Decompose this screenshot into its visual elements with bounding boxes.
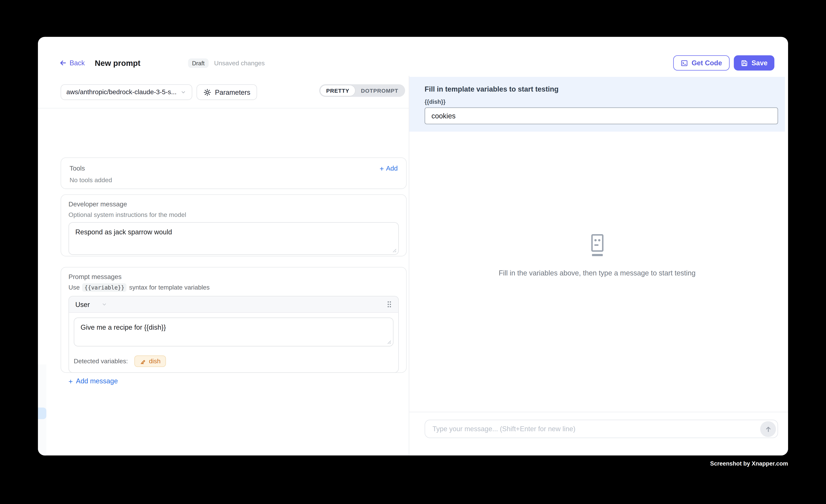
dish-variable-label: {{dish}} bbox=[425, 99, 446, 105]
template-syntax-hint: Use {{variable}} syntax for template var… bbox=[68, 284, 399, 292]
arrow-up-icon bbox=[764, 425, 772, 433]
chat-footer bbox=[409, 412, 788, 455]
editor-panel: aws/anthropic/bedrock-claude-3-5-s... Pa… bbox=[38, 76, 409, 455]
send-button[interactable] bbox=[760, 421, 776, 437]
back-button[interactable]: Back bbox=[59, 59, 85, 67]
tools-card: Tools + Add No tools added bbox=[61, 158, 407, 189]
prompt-messages-label: Prompt messages bbox=[68, 273, 399, 280]
template-variables-box: Fill in template variables to start test… bbox=[409, 77, 785, 132]
developer-message-label: Developer message bbox=[68, 201, 399, 208]
watermark-text: Screenshot by Xnapper.com bbox=[710, 460, 788, 467]
save-button[interactable]: Save bbox=[733, 55, 774, 71]
chat-message-box bbox=[425, 420, 778, 438]
format-toggle: PRETTY DOTPROMPT bbox=[319, 84, 405, 97]
dish-variable-input[interactable] bbox=[425, 107, 778, 124]
toggle-pretty[interactable]: PRETTY bbox=[320, 85, 355, 96]
robot-face-icon bbox=[588, 234, 606, 257]
developer-message-card: Developer message Optional system instru… bbox=[61, 194, 407, 256]
role-select[interactable]: User bbox=[75, 300, 108, 308]
variable-badge-dish[interactable]: dish bbox=[134, 356, 166, 367]
empty-state-text: Fill in the variables above, then type a… bbox=[498, 269, 696, 277]
arrow-left-icon bbox=[59, 59, 67, 67]
toggle-dotprompt[interactable]: DOTPROMPT bbox=[355, 85, 404, 96]
developer-message-hint: Optional system instructions for the mod… bbox=[68, 211, 399, 218]
tools-empty-text: No tools added bbox=[69, 176, 398, 184]
user-message-textarea[interactable]: Give me a recipe for {{dish}} bbox=[74, 318, 393, 346]
get-code-button[interactable]: Get Code bbox=[673, 55, 729, 71]
message-block: User Give me bbox=[68, 296, 399, 373]
detected-variables-label: Detected variables: bbox=[74, 358, 128, 365]
plus-icon: + bbox=[379, 165, 384, 172]
drawer-selected-item bbox=[38, 407, 46, 419]
resize-handle-icon[interactable] bbox=[392, 248, 397, 253]
save-icon bbox=[741, 59, 748, 67]
drag-handle-icon[interactable] bbox=[387, 301, 392, 308]
tester-heading: Fill in template variables to start test… bbox=[425, 85, 559, 93]
chat-empty-state: Fill in the variables above, then type a… bbox=[409, 234, 785, 277]
model-toolbar: aws/anthropic/bedrock-claude-3-5-s... Pa… bbox=[38, 76, 409, 109]
page-title: New prompt bbox=[95, 58, 140, 67]
add-tool-button[interactable]: + Add bbox=[379, 165, 398, 172]
plus-icon: + bbox=[68, 377, 73, 385]
parameters-button[interactable]: Parameters bbox=[196, 84, 257, 100]
developer-message-textarea[interactable]: Respond as jack sparrow would bbox=[69, 223, 398, 254]
message-header: User bbox=[69, 297, 398, 313]
gear-icon bbox=[203, 88, 211, 96]
resize-handle-icon[interactable] bbox=[387, 339, 392, 344]
model-select[interactable]: aws/anthropic/bedrock-claude-3-5-s... bbox=[61, 84, 192, 100]
header: Back New prompt Draft Unsaved changes Ge… bbox=[38, 37, 788, 76]
prompt-messages-card: Prompt messages Use {{variable}} syntax … bbox=[61, 267, 407, 373]
prompt-editor-window: Back New prompt Draft Unsaved changes Ge… bbox=[38, 37, 788, 455]
chat-message-input[interactable] bbox=[425, 420, 722, 438]
add-message-button[interactable]: + Add message bbox=[68, 377, 399, 385]
tester-panel: Fill in template variables to start test… bbox=[409, 76, 788, 455]
variable-syntax-chip: {{variable}} bbox=[82, 284, 126, 292]
chevron-down-icon bbox=[101, 301, 108, 308]
back-label: Back bbox=[69, 59, 85, 67]
screenshot-stage: Back New prompt Draft Unsaved changes Ge… bbox=[0, 0, 826, 504]
status-badge: Draft bbox=[188, 58, 209, 68]
terminal-icon bbox=[681, 59, 688, 67]
tools-label: Tools bbox=[69, 165, 85, 172]
model-select-value: aws/anthropic/bedrock-claude-3-5-s... bbox=[66, 88, 180, 96]
role-select-value: User bbox=[75, 300, 90, 308]
pencil-icon bbox=[139, 358, 146, 365]
detected-variables-row: Detected variables: dish bbox=[69, 351, 398, 372]
chevron-down-icon bbox=[180, 89, 187, 95]
unsaved-changes-label: Unsaved changes bbox=[214, 59, 265, 67]
